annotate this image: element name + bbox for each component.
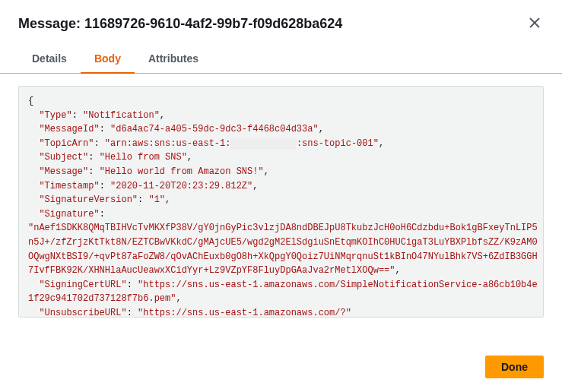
message-modal: Message: 11689726-9610-4af2-99b7-f09d628… [0, 0, 562, 392]
tab-content: { "Type": "Notification", "MessageId": "… [0, 74, 562, 346]
tab-attributes[interactable]: Attributes [135, 45, 212, 74]
title-message-id: 11689726-9610-4af2-99b7-f09d628ba624 [84, 16, 342, 31]
title-prefix: Message: [18, 16, 81, 31]
done-button[interactable]: Done [485, 356, 544, 378]
tab-body[interactable]: Body [81, 45, 135, 74]
close-icon [529, 17, 541, 31]
tab-details[interactable]: Details [18, 45, 81, 74]
modal-header: Message: 11689726-9610-4af2-99b7-f09d628… [0, 0, 562, 45]
modal-footer: Done [0, 346, 562, 392]
modal-title: Message: 11689726-9610-4af2-99b7-f09d628… [18, 16, 342, 32]
close-button[interactable] [525, 14, 544, 34]
tab-bar: Details Body Attributes [0, 45, 562, 74]
message-body-json[interactable]: { "Type": "Notification", "MessageId": "… [18, 86, 544, 318]
